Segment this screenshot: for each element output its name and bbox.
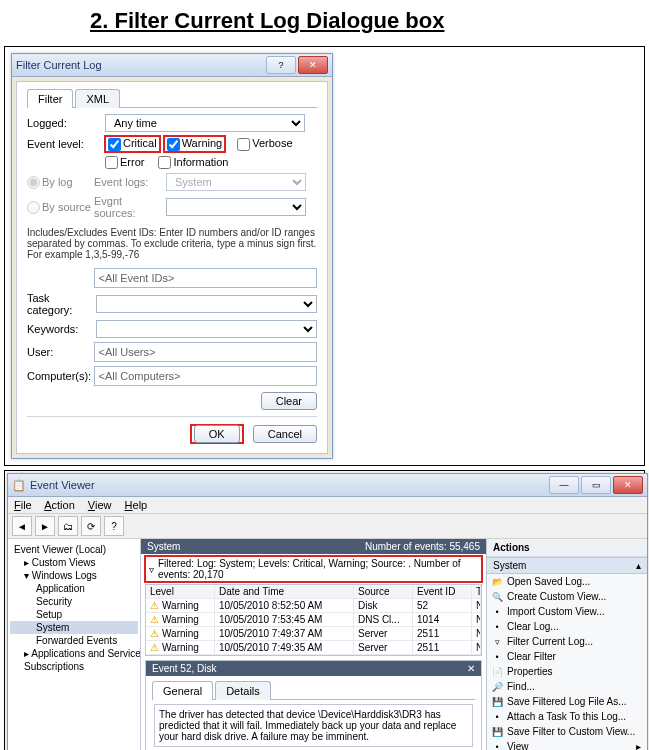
cb-information[interactable] — [158, 156, 171, 169]
menu-view[interactable]: View — [88, 499, 112, 511]
tree-security[interactable]: Security — [10, 595, 138, 608]
tab-xml[interactable]: XML — [75, 89, 120, 108]
tree-application[interactable]: Application — [10, 582, 138, 595]
help-icon[interactable]: ? — [104, 516, 124, 536]
event-sources-select[interactable] — [166, 198, 306, 216]
refresh-icon[interactable]: ⟳ — [81, 516, 101, 536]
col-task[interactable]: Task C... — [472, 585, 481, 598]
dialog-titlebar[interactable]: Filter Current Log ? ✕ — [12, 54, 332, 77]
actions-group-system[interactable]: System▴ — [487, 557, 647, 574]
viewer-title: Event Viewer — [30, 479, 547, 491]
tree-subscriptions[interactable]: Subscriptions — [10, 660, 138, 673]
action-item[interactable]: 🔎Find... — [487, 679, 647, 694]
dialog-container: Filter Current Log ? ✕ Filter XML Logged… — [4, 46, 645, 466]
detail-header: Event 52, Disk✕ — [146, 661, 481, 676]
forward-button[interactable]: ► — [35, 516, 55, 536]
filter-icon: ▿ — [149, 564, 154, 575]
app-icon: 📋 — [12, 478, 26, 492]
tab-general[interactable]: General — [152, 681, 213, 700]
ok-button[interactable]: OK — [194, 425, 240, 443]
action-item[interactable]: 💾Save Filter to Custom View... — [487, 724, 647, 739]
rb-by-log — [27, 176, 40, 189]
page-title: 2. Filter Current Log Dialogue box — [90, 8, 649, 34]
user-input[interactable] — [94, 342, 317, 362]
cb-verbose[interactable] — [237, 138, 250, 151]
table-row[interactable]: Warning10/05/2010 8:52:50 AMDisk52None — [146, 599, 481, 613]
action-icon: • — [491, 606, 503, 618]
close-button[interactable]: ✕ — [298, 56, 328, 74]
close-button[interactable]: ✕ — [613, 476, 643, 494]
action-icon: 📂 — [491, 576, 503, 588]
cb-warning[interactable] — [167, 138, 180, 151]
close-icon[interactable]: ✕ — [467, 663, 475, 674]
action-icon: 🔍 — [491, 591, 503, 603]
action-item[interactable]: •View ▸ — [487, 739, 647, 750]
keywords-select[interactable] — [96, 320, 317, 338]
computers-input[interactable] — [94, 366, 317, 386]
action-icon: • — [491, 741, 503, 750]
task-category-select[interactable] — [96, 295, 317, 313]
action-item[interactable]: •Clear Log... — [487, 619, 647, 634]
tree-setup[interactable]: Setup — [10, 608, 138, 621]
action-icon: 💾 — [491, 696, 503, 708]
tree-root[interactable]: Event Viewer (Local) — [10, 543, 138, 556]
tree-custom-views[interactable]: ▸ Custom Views — [10, 556, 138, 569]
viewer-titlebar[interactable]: 📋 Event Viewer — ▭ ✕ — [8, 474, 647, 497]
cb-error[interactable] — [105, 156, 118, 169]
event-ids-input[interactable] — [94, 268, 317, 288]
table-row[interactable]: Warning10/05/2010 7:49:35 AMServer2511No… — [146, 641, 481, 655]
rb-by-source — [27, 201, 40, 214]
action-item[interactable]: •Import Custom View... — [487, 604, 647, 619]
menubar: File Action View Help — [8, 497, 647, 514]
clear-button[interactable]: Clear — [261, 392, 317, 410]
table-row[interactable]: Warning10/05/2010 7:53:45 AMDNS Cl...101… — [146, 613, 481, 627]
actions-title: Actions — [487, 539, 647, 557]
event-grid[interactable]: Level Date and Time Source Event ID Task… — [145, 584, 482, 656]
collapse-icon[interactable]: ▴ — [636, 560, 641, 571]
action-icon: 💾 — [491, 726, 503, 738]
back-button[interactable]: ◄ — [12, 516, 32, 536]
toolbar: ◄ ► 🗂 ⟳ ? — [8, 514, 647, 539]
tool-icon[interactable]: 🗂 — [58, 516, 78, 536]
event-logs-select: System — [166, 173, 306, 191]
minimize-button[interactable]: — — [549, 476, 579, 494]
maximize-button[interactable]: ▭ — [581, 476, 611, 494]
label-logged: Logged: — [27, 117, 105, 129]
center-header: SystemNumber of events: 55,465 — [141, 539, 486, 554]
table-row[interactable]: Warning10/05/2010 7:49:37 AMServer2511No… — [146, 627, 481, 641]
action-icon: • — [491, 621, 503, 633]
action-item[interactable]: 🔍Create Custom View... — [487, 589, 647, 604]
col-source[interactable]: Source — [354, 585, 413, 598]
action-item[interactable]: ▿Filter Current Log... — [487, 634, 647, 649]
tree-forwarded[interactable]: Forwarded Events — [10, 634, 138, 647]
col-datetime[interactable]: Date and Time — [215, 585, 354, 598]
logged-select[interactable]: Any time — [105, 114, 305, 132]
actions-pane: Actions System▴ 📂Open Saved Log...🔍Creat… — [486, 539, 647, 750]
col-eventid[interactable]: Event ID — [413, 585, 472, 598]
action-item[interactable]: •Attach a Task To this Log... — [487, 709, 647, 724]
tab-details[interactable]: Details — [215, 681, 271, 700]
action-icon: • — [491, 711, 503, 723]
tree-windows-logs[interactable]: ▾ Windows Logs — [10, 569, 138, 582]
viewer-container: 📋 Event Viewer — ▭ ✕ File Action View He… — [4, 470, 645, 750]
label-event-level: Event level: — [27, 138, 105, 150]
col-level[interactable]: Level — [146, 585, 215, 598]
action-icon: 🔎 — [491, 681, 503, 693]
tree-system[interactable]: System — [10, 621, 138, 634]
cancel-button[interactable]: Cancel — [253, 425, 317, 443]
action-icon: 📄 — [491, 666, 503, 678]
menu-action[interactable]: Action — [44, 499, 75, 511]
action-item[interactable]: •Clear Filter — [487, 649, 647, 664]
menu-help[interactable]: Help — [125, 499, 148, 511]
dialog-title: Filter Current Log — [16, 59, 264, 71]
action-item[interactable]: 📂Open Saved Log... — [487, 574, 647, 589]
help-button[interactable]: ? — [266, 56, 296, 74]
action-item[interactable]: 📄Properties — [487, 664, 647, 679]
tab-filter[interactable]: Filter — [27, 89, 73, 108]
tree-pane: Event Viewer (Local) ▸ Custom Views ▾ Wi… — [8, 539, 141, 750]
action-icon: ▿ — [491, 636, 503, 648]
menu-file[interactable]: File — [14, 499, 32, 511]
cb-critical[interactable] — [108, 138, 121, 151]
action-item[interactable]: 💾Save Filtered Log File As... — [487, 694, 647, 709]
tree-apps-services[interactable]: ▸ Applications and Services Lo — [10, 647, 138, 660]
